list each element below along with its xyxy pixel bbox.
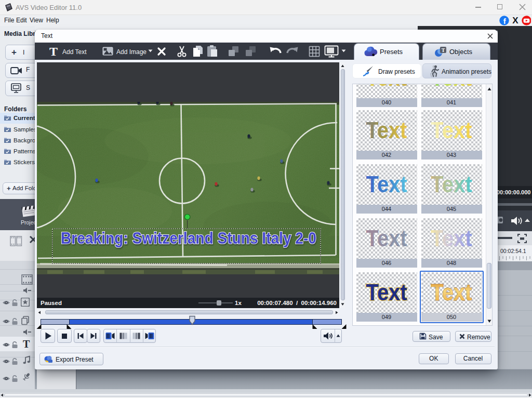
svg-text:Text: Text: [366, 225, 407, 251]
svg-text:X: X: [512, 16, 518, 25]
svg-text:Text: Text: [366, 280, 407, 305]
svg-text:Text: Text: [431, 171, 472, 197]
svg-text:Text: Text: [366, 117, 407, 143]
svg-text:Breaking: Switzerland Stuns It: Breaking: Switzerland Stuns Italy 2-0: [61, 229, 316, 247]
svg-text:Text: Text: [366, 171, 407, 197]
svg-text:Text: Text: [431, 117, 472, 143]
svg-text:Text: Text: [431, 225, 472, 251]
svg-text:Text: Text: [431, 84, 472, 91]
svg-text:T: T: [442, 47, 445, 53]
svg-text:Text: Text: [366, 84, 407, 91]
